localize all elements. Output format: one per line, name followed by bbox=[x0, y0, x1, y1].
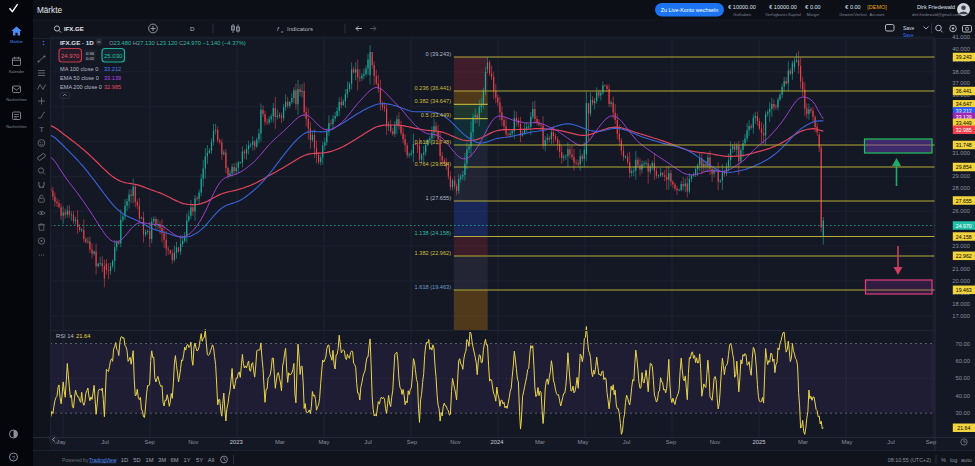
svg-text:33.139: 33.139 bbox=[104, 75, 121, 81]
svg-text:Nachrichten: Nachrichten bbox=[6, 125, 26, 129]
svg-text:20.000: 20.000 bbox=[952, 278, 970, 284]
svg-text:24.158: 24.158 bbox=[956, 234, 972, 240]
svg-text:Mar: Mar bbox=[798, 439, 808, 445]
svg-text:Märkte: Märkte bbox=[37, 6, 62, 15]
svg-text:Sep: Sep bbox=[666, 439, 676, 445]
svg-text:%: % bbox=[941, 457, 946, 463]
svg-text:Sep: Sep bbox=[145, 439, 155, 445]
svg-text:Margin: Margin bbox=[807, 12, 820, 17]
svg-text:08:10:55 (UTC+2): 08:10:55 (UTC+2) bbox=[888, 457, 932, 463]
svg-text:€ 10000.00: € 10000.00 bbox=[728, 4, 756, 10]
svg-text:May: May bbox=[578, 439, 589, 445]
svg-text:log: log bbox=[950, 457, 957, 463]
svg-text:T: T bbox=[39, 125, 44, 134]
svg-text:EMA 200 close 0: EMA 200 close 0 bbox=[60, 84, 102, 90]
svg-text:25.030: 25.030 bbox=[104, 53, 123, 59]
svg-text:€ 10000.00: € 10000.00 bbox=[769, 4, 797, 10]
svg-text:All: All bbox=[208, 457, 214, 463]
svg-text:26.000: 26.000 bbox=[952, 208, 970, 214]
svg-text:40.00: 40.00 bbox=[955, 393, 970, 399]
svg-text:22.962: 22.962 bbox=[956, 253, 972, 259]
svg-text:RSI 14: RSI 14 bbox=[56, 333, 74, 339]
svg-text:2024: 2024 bbox=[491, 439, 505, 445]
svg-text:1Y: 1Y bbox=[183, 457, 190, 463]
svg-text:0.5 (33.449): 0.5 (33.449) bbox=[421, 112, 451, 118]
svg-text:Indicators: Indicators bbox=[287, 26, 313, 32]
svg-text:1M: 1M bbox=[145, 457, 153, 463]
svg-text:Dirk Friedewald: Dirk Friedewald bbox=[917, 4, 955, 10]
svg-text:dirk.friedewald@gmail.com: dirk.friedewald@gmail.com bbox=[912, 12, 961, 17]
svg-text:36.441: 36.441 bbox=[956, 88, 972, 94]
svg-text:32.985: 32.985 bbox=[956, 127, 972, 133]
svg-text:21.000: 21.000 bbox=[952, 266, 970, 272]
svg-text:?: ? bbox=[12, 455, 15, 461]
svg-text:Mar: Mar bbox=[535, 439, 545, 445]
svg-text:Zu Live-Konto wechseln: Zu Live-Konto wechseln bbox=[661, 7, 719, 13]
svg-text:31.748: 31.748 bbox=[956, 142, 972, 148]
svg-text:37.000: 37.000 bbox=[952, 80, 970, 86]
svg-text:6M: 6M bbox=[170, 457, 178, 463]
svg-text:31.000: 31.000 bbox=[952, 150, 970, 156]
svg-text:Guthaben: Guthaben bbox=[733, 12, 752, 17]
svg-text:Sep: Sep bbox=[926, 439, 936, 445]
svg-text:30.00: 30.00 bbox=[955, 410, 970, 416]
svg-text:Nov: Nov bbox=[450, 439, 460, 445]
svg-text:0.382 (34.647): 0.382 (34.647) bbox=[415, 98, 452, 104]
svg-text:27.655: 27.655 bbox=[956, 198, 972, 204]
svg-text:18.000: 18.000 bbox=[952, 301, 970, 307]
svg-text:Powered by: Powered by bbox=[62, 457, 89, 463]
svg-text:Mar: Mar bbox=[275, 439, 285, 445]
svg-text:0.618 (31.748): 0.618 (31.748) bbox=[415, 139, 452, 145]
svg-text:Jul: Jul bbox=[101, 439, 108, 445]
svg-text:2023: 2023 bbox=[230, 439, 243, 445]
svg-text:29.000: 29.000 bbox=[952, 173, 970, 179]
svg-text:1.138 (24.158): 1.138 (24.158) bbox=[415, 230, 452, 236]
svg-text:5D: 5D bbox=[133, 457, 140, 463]
svg-text:19.463: 19.463 bbox=[956, 287, 972, 293]
svg-text:2025: 2025 bbox=[753, 439, 766, 445]
svg-text:0 (39.243): 0 (39.243) bbox=[426, 51, 452, 57]
svg-text:38.000: 38.000 bbox=[952, 69, 970, 75]
svg-text:0.236 (36.441): 0.236 (36.441) bbox=[415, 85, 452, 91]
svg-text:0.764 (29.854): 0.764 (29.854) bbox=[415, 161, 452, 167]
svg-text:33.212: 33.212 bbox=[104, 66, 121, 72]
svg-text:21.64: 21.64 bbox=[957, 425, 970, 431]
svg-text:Account: Account bbox=[870, 12, 886, 17]
svg-text:41.000: 41.000 bbox=[952, 34, 970, 40]
svg-text:Jul: Jul bbox=[887, 439, 894, 445]
svg-text:39.243: 39.243 bbox=[956, 54, 972, 60]
svg-text:5Y: 5Y bbox=[196, 457, 203, 463]
svg-text:1.618 (19.463): 1.618 (19.463) bbox=[415, 284, 452, 290]
svg-text:May: May bbox=[842, 439, 853, 445]
svg-text:MA 100 close 0: MA 100 close 0 bbox=[60, 66, 98, 72]
svg-text:Nachrichten: Nachrichten bbox=[6, 98, 26, 102]
svg-text:28.000: 28.000 bbox=[952, 185, 970, 191]
svg-text:29.854: 29.854 bbox=[956, 164, 972, 170]
svg-text:32.985: 32.985 bbox=[104, 84, 121, 90]
svg-text:Jul: Jul bbox=[623, 439, 630, 445]
svg-text:IFX.GE: IFX.GE bbox=[64, 26, 84, 32]
svg-text:17.000: 17.000 bbox=[952, 313, 970, 319]
svg-text:21.64: 21.64 bbox=[76, 333, 91, 339]
svg-text:1.382 (22.962): 1.382 (22.962) bbox=[415, 250, 452, 256]
svg-text:24.970: 24.970 bbox=[61, 53, 80, 59]
svg-text:3M: 3M bbox=[158, 457, 166, 463]
svg-text:Save: Save bbox=[903, 33, 914, 38]
svg-text:70.00: 70.00 bbox=[955, 341, 970, 347]
svg-text:50.00: 50.00 bbox=[955, 375, 970, 381]
svg-text:34.647: 34.647 bbox=[956, 101, 972, 107]
svg-text:auto: auto bbox=[961, 457, 972, 463]
svg-text:[DEMO]: [DEMO] bbox=[867, 4, 887, 10]
svg-text:0.01: 0.01 bbox=[86, 56, 95, 61]
svg-text:IFX.GE · 1D: IFX.GE · 1D bbox=[60, 39, 94, 46]
svg-text:23.000: 23.000 bbox=[952, 243, 970, 249]
svg-text:May: May bbox=[319, 439, 330, 445]
svg-text:Verfügbares Kapital: Verfügbares Kapital bbox=[765, 12, 801, 17]
svg-text:€ 0.00: € 0.00 bbox=[845, 4, 860, 10]
svg-text:TradingView: TradingView bbox=[89, 457, 117, 463]
svg-text:EMA 50 close 0: EMA 50 close 0 bbox=[60, 75, 99, 81]
svg-text:O23.480 H27.130 L23.120 C24.97: O23.480 H27.130 L23.120 C24.970 −1.140 (… bbox=[109, 40, 246, 46]
svg-text:Märkte: Märkte bbox=[10, 39, 23, 44]
svg-text:0.56: 0.56 bbox=[86, 51, 95, 56]
svg-text:24.970: 24.970 bbox=[956, 223, 972, 229]
